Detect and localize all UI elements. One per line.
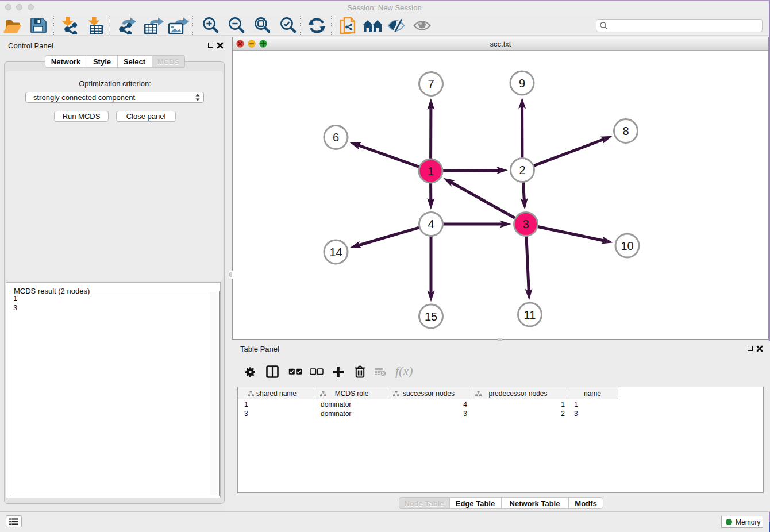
svg-text:8: 8 (622, 125, 629, 137)
svg-text:14: 14 (329, 246, 342, 259)
svg-text:10: 10 (621, 240, 633, 252)
svg-text:7: 7 (428, 78, 434, 90)
svg-text:1: 1 (428, 165, 434, 178)
svg-text:4: 4 (428, 218, 434, 230)
svg-text:2: 2 (519, 164, 525, 176)
svg-text:11: 11 (524, 309, 536, 321)
svg-text:3: 3 (522, 218, 529, 230)
svg-text:6: 6 (333, 131, 339, 144)
svg-text:9: 9 (519, 77, 525, 90)
svg-text:15: 15 (425, 310, 437, 323)
